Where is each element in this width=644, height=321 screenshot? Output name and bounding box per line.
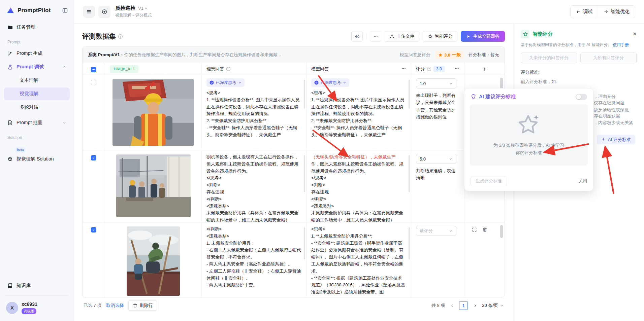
score-comment: 未出现鞋子，判断有误，只是未佩戴安全手套，其他安全防护措施做的很到位	[416, 92, 459, 121]
table-row: 割机等设备，但未发现有人正在进行设备操作，但未观察到未按照设备正确操作流程、规范…	[83, 150, 505, 222]
panel-title: 智能评分	[533, 31, 553, 37]
help-icon	[226, 67, 231, 71]
delete-rows-button[interactable]: 删除行	[128, 300, 157, 311]
app-logo-icon	[6, 6, 15, 15]
row-checkbox[interactable]	[91, 155, 96, 160]
criteria-field-label: 评分标准:	[521, 69, 637, 75]
app-name: PromptPilot	[18, 7, 60, 14]
hide-columns-button[interactable]	[351, 31, 363, 42]
total-score-badge: 3.0一般	[435, 51, 464, 59]
score-unscored-button[interactable]: 为未评分的回答评分	[521, 52, 577, 63]
ai-suggest-criteria-card: AI 建议评分标准 为 2/3 条模型回答评分后，AI 将学习 你的评分标准 生…	[464, 88, 593, 191]
row-checkbox[interactable]	[91, 80, 96, 85]
version-selector[interactable]: V1	[138, 6, 148, 11]
row-photo-worker-portrait[interactable]	[112, 79, 194, 146]
cell-scrollbar[interactable]	[409, 155, 410, 192]
prev-page-button[interactable]	[448, 301, 456, 310]
cube-icon	[7, 156, 13, 162]
score-comment: 判断结果准确，表达清晰	[416, 167, 459, 182]
debug-nav-button[interactable]: 调试	[571, 6, 598, 18]
chevron-down-icon	[343, 81, 346, 84]
star-icon	[438, 53, 443, 57]
app-window: PromptPilot 任务管理 Prompt Prompt 生成 Prompt…	[0, 0, 644, 321]
deep-think-badge[interactable]: 已深度思考	[206, 78, 245, 87]
row-photo-scaffolding-workers[interactable]	[127, 226, 180, 296]
avatar: X	[6, 302, 18, 314]
delete-row-icon[interactable]	[482, 227, 487, 232]
model-answer-text: <思考> 1. **未佩戴安全防护用具分析**: - **安全帽**: 建筑施工…	[311, 226, 406, 296]
sidebar-collapse-icon[interactable]	[62, 8, 68, 13]
cell-scrollbar[interactable]	[304, 80, 305, 109]
generate-all-button[interactable]: 生成全部回答	[461, 31, 505, 42]
score-column-menu[interactable]: ⋯	[455, 66, 459, 71]
menu-button[interactable]	[83, 6, 95, 18]
more-actions-button[interactable]	[370, 31, 381, 42]
sidebar-item-vision-understanding[interactable]: 视觉理解	[4, 87, 70, 100]
page-number[interactable]: 1	[459, 301, 468, 310]
file-star-icon	[7, 120, 13, 126]
row-photo-construction-site[interactable]	[116, 154, 191, 217]
page-title: 评测数据集	[82, 32, 116, 41]
bulb-icon	[471, 94, 476, 100]
table-footer: 已选 7 项 取消选择 删除行 共 8 项 1 20 条/页	[82, 297, 505, 314]
score-average-badge: 3.0	[433, 66, 445, 72]
sidebar: PromptPilot 任务管理 Prompt Prompt 生成 Prompt…	[0, 0, 74, 321]
score-select[interactable]: 1.0	[416, 78, 456, 88]
book-icon	[7, 283, 13, 288]
help-icon	[427, 67, 431, 71]
model-column-menu[interactable]: ⋯	[401, 66, 406, 71]
section-label-solution: Solution	[4, 130, 70, 143]
sidebar-item-prompt-generate[interactable]: Prompt 生成	[4, 47, 70, 60]
sidebar-item-tasks[interactable]: 任务管理	[4, 21, 70, 34]
ideal-answer-text: <思考> 1. **违规操作设备分析**: 图片中未显示操作人员正在操作任何设备…	[206, 90, 301, 139]
total-count: 共 8 项	[431, 302, 445, 309]
sidebar-divider	[5, 295, 69, 296]
task-subtitle: 视觉理解－评分模式	[115, 12, 152, 18]
close-card-button[interactable]: 关闭	[578, 178, 587, 184]
user-profile[interactable]: X xc6931 高级版	[4, 299, 70, 318]
cell-scrollbar[interactable]	[304, 227, 305, 259]
flask-icon	[7, 64, 13, 70]
cell-scrollbar[interactable]	[409, 227, 410, 259]
page-size-select[interactable]: 20 条/页	[482, 302, 504, 309]
sidebar-item-knowledge-base[interactable]: 知识库	[4, 279, 70, 292]
sidebar-item-vision-solution[interactable]: 视觉理解 Solution	[4, 153, 70, 166]
add-column-button[interactable]: ＋	[469, 65, 500, 73]
cell-scrollbar[interactable]	[409, 80, 410, 109]
smart-optimize-nav-button[interactable]: 智能优化	[598, 6, 635, 18]
sidebar-item-prompt-debug[interactable]: Prompt 调试	[4, 61, 70, 73]
trash-icon	[133, 303, 137, 308]
play-icon	[466, 34, 471, 39]
chevron-down-icon	[62, 121, 66, 125]
star-sparkle-icon	[521, 30, 529, 38]
generate-criteria-button[interactable]: 生成评分标准	[471, 176, 507, 186]
sidebar-item-prompt-batch[interactable]: Prompt 批量	[4, 116, 70, 129]
expand-row-icon[interactable]	[472, 227, 477, 232]
sidebar-item-multiturn-dialog[interactable]: 多轮对话	[4, 101, 70, 114]
cell-scrollbar[interactable]	[304, 155, 305, 192]
next-page-button[interactable]	[471, 301, 479, 310]
smart-score-button[interactable]: 智能评分	[423, 31, 457, 42]
chevron-up-icon	[62, 65, 66, 69]
row-scrollbar[interactable]	[500, 225, 503, 238]
ai-criteria-button[interactable]: AI 评分标准	[597, 135, 635, 144]
manual-link[interactable]: 使用手册	[613, 42, 629, 47]
sidebar-item-text-understanding[interactable]: 文本理解	[4, 74, 70, 87]
close-icon[interactable]: ✕	[633, 31, 637, 37]
upload-file-button[interactable]: 上传文件	[385, 31, 419, 42]
cancel-selection-link[interactable]: 取消选择	[106, 302, 124, 309]
task-title: 质检巡检	[115, 5, 135, 11]
check-circle-icon	[314, 80, 319, 85]
deep-think-badge[interactable]: 已深度思考	[311, 78, 349, 87]
system-prompt-text: 你的任务是根据生产车间的图片，判断生产车间是否存在违规操作设备和未佩戴...	[124, 52, 281, 57]
toolbar-separator	[366, 33, 366, 39]
dataset-table: 系统 Prompt/V1：你的任务是根据生产车间的图片，判断生产车间是否存在违规…	[82, 46, 505, 297]
score-select[interactable]: 5.0	[416, 154, 456, 164]
ai-suggest-toggle[interactable]	[576, 94, 587, 100]
row-checkbox[interactable]	[91, 227, 96, 233]
score-all-button[interactable]: 为所有回答评分	[580, 52, 637, 63]
select-all-checkbox[interactable]	[91, 67, 96, 72]
new-session-button[interactable]	[98, 6, 110, 18]
score-select[interactable]: 请评分	[416, 226, 456, 236]
criteria-placeholder-intro[interactable]: 输入评分标准，如:	[521, 79, 637, 85]
